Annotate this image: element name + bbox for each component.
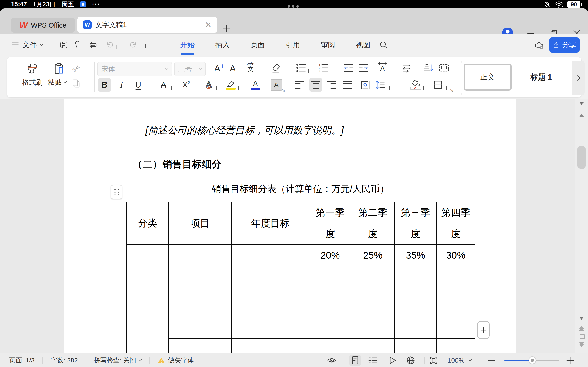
zoom-chevron-icon[interactable] [468,358,472,361]
doc-heading[interactable]: （二）销售目标细分 [133,158,222,171]
increase-indent-button[interactable] [357,61,370,75]
table-cell[interactable] [169,266,232,290]
undo-chevron-icon[interactable] [116,45,117,49]
borders-chevron-icon[interactable] [446,86,447,90]
style-heading-1[interactable]: 标题 1 [515,64,568,91]
highlight-chevron-icon[interactable] [238,86,239,90]
table-cell[interactable] [232,290,309,314]
text-wrap-chevron-icon[interactable] [412,69,412,73]
table-cell[interactable] [437,266,475,290]
page-indicator[interactable]: 页面: 1/3 [9,356,35,365]
char-scale-chevron-icon[interactable] [389,69,389,73]
text-wrap-button[interactable] [399,61,412,75]
table-cell[interactable]: 30% [437,244,475,266]
text-frame-button[interactable] [438,61,450,75]
numbered-list-button[interactable]: 1 2 3 [318,61,330,75]
numbered-list-chevron-icon[interactable] [331,69,331,73]
table-cell[interactable] [309,266,351,290]
scroll-down-icon[interactable] [579,317,584,320]
strikethrough-button[interactable]: A [157,78,170,92]
sort-button[interactable] [421,61,434,75]
style-body-text[interactable]: 正文 [464,64,511,91]
document-tab[interactable]: W 文字文稿1 ✕ [78,17,217,33]
fit-screen-button[interactable] [428,355,440,366]
next-page-icon[interactable] [579,342,584,347]
previous-page-icon[interactable] [579,326,584,331]
text-effects-chevron-icon[interactable] [216,86,216,90]
zoom-in-button[interactable] [565,355,576,366]
file-menu[interactable]: 文件 [12,38,43,52]
shading-chevron-icon[interactable] [423,86,424,90]
table-cell[interactable] [351,339,394,353]
header-cell[interactable]: 第三季度 [394,202,437,244]
spellcheck-toggle[interactable]: 拼写检查: 关闭 [94,356,142,365]
share-button[interactable]: 分享 [549,37,579,52]
font-name-select[interactable]: 宋体 [97,62,172,76]
zoom-out-button[interactable] [486,355,497,366]
table-cell[interactable]: 25% [351,244,394,266]
italic-button[interactable]: I [114,78,127,92]
scrollbar-thumb[interactable] [577,146,586,169]
font-dialog-expander[interactable]: ↘ [281,87,285,93]
table-cell[interactable] [169,290,232,314]
header-cell[interactable]: 第四季度 [437,202,475,244]
outline-view-button[interactable] [367,355,379,366]
tab-view[interactable]: 视图 [356,40,371,50]
table-cell[interactable] [232,244,309,266]
line-spacing-button[interactable] [374,78,387,92]
tab-list-chevron-icon[interactable] [238,28,238,32]
table-cell[interactable] [351,266,394,290]
align-left-button[interactable] [293,78,306,92]
doc-paragraph-italic[interactable]: [简述公司的核心经营目标，可以用数字说明。] [145,124,344,137]
zoom-level[interactable]: 100% [447,357,464,364]
bold-button[interactable]: B [98,78,111,92]
page-view-button[interactable] [349,355,361,366]
table-cell[interactable] [232,314,309,339]
cut-button[interactable]: ✂ [69,62,83,75]
table-cell[interactable] [169,314,232,339]
undo-button[interactable] [103,38,116,52]
close-tab-icon[interactable]: ✕ [205,20,212,29]
table-cell[interactable]: 20% [309,244,351,266]
bullet-list-chevron-icon[interactable] [309,69,309,73]
superscript-button[interactable]: X 2 [180,78,193,92]
copy-button[interactable] [69,77,83,90]
tab-reference[interactable]: 引用 [285,40,300,50]
bullet-list-button[interactable] [295,61,307,75]
tab-page[interactable]: 页面 [250,40,265,50]
table-cell[interactable] [394,266,437,290]
table-cell[interactable]: 35% [394,244,437,266]
borders-button[interactable] [432,78,444,92]
text-effects-button[interactable]: A [202,78,215,92]
web-view-button[interactable] [405,355,417,366]
superscript-chevron-icon[interactable] [194,86,194,90]
missing-font-warning[interactable]: 缺失字体 [157,356,194,365]
table-cell[interactable] [394,314,437,339]
wps-home-button[interactable]: W WPS Office [11,18,75,33]
header-cell[interactable]: 项目 [169,202,232,244]
play-presentation-button[interactable] [386,355,398,366]
new-tab-button[interactable] [220,22,233,35]
print-button[interactable] [87,38,100,52]
paragraph-dialog-expander[interactable]: ↘ [450,87,454,93]
distribute-button[interactable] [359,78,372,92]
pinyin-chevron-icon[interactable] [260,69,260,73]
shading-button[interactable] [409,78,422,92]
table-caption[interactable]: 销售目标细分表（计算单位：万元/人民币） [126,183,475,195]
header-cell[interactable]: 分类 [127,202,169,244]
search-button[interactable] [377,38,390,52]
font-color-chevron-icon[interactable] [263,86,263,90]
table-cell[interactable] [437,290,475,314]
zoom-slider-thumb[interactable] [528,357,536,364]
tab-insert[interactable]: 插入 [215,40,230,50]
table-cell[interactable] [309,314,351,339]
font-size-select[interactable]: 二号 [174,62,206,76]
scroll-up-icon[interactable] [579,114,584,117]
paste-button[interactable]: 粘贴 [48,77,66,87]
justify-button[interactable] [341,78,354,92]
quick-access-chevron-icon[interactable] [145,44,146,48]
table-cell[interactable] [351,314,394,339]
export-button[interactable] [71,38,84,52]
format-painter-button[interactable]: 格式刷 [16,77,48,87]
char-scale-button[interactable]: A [376,60,389,74]
